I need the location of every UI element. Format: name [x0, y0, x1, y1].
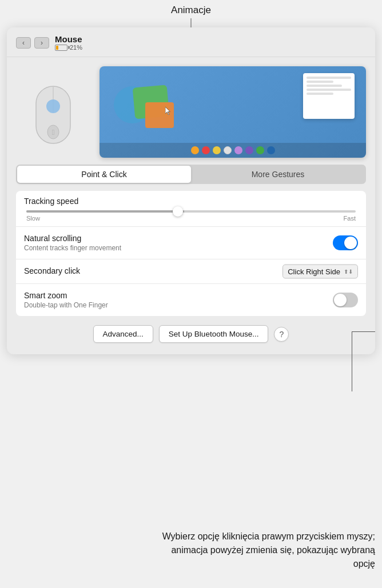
battery-fill — [56, 46, 58, 50]
slider-labels: Slow Fast — [26, 215, 356, 222]
secondary-click-value: Click Right Side — [288, 267, 340, 276]
panel-title-area: Mouse 21% — [55, 34, 82, 51]
preview-cursor — [165, 107, 173, 115]
advanced-button[interactable]: Advanced... — [93, 325, 153, 343]
annotation-line-right — [352, 331, 352, 391]
secondary-click-label: Secondary click — [24, 266, 274, 275]
tracking-speed-label: Tracking speed — [24, 197, 358, 206]
bluetooth-setup-button[interactable]: Set Up Bluetooth Mouse... — [159, 325, 269, 343]
color-dot-2 — [202, 146, 210, 154]
forward-button[interactable]: › — [34, 37, 49, 49]
panel-title: Mouse — [55, 34, 82, 44]
slider-fill — [26, 210, 184, 213]
slider-thumb[interactable] — [173, 206, 183, 217]
slider-slow-label: Slow — [26, 215, 40, 222]
color-dot-5 — [234, 146, 242, 154]
preview-window — [303, 73, 355, 119]
natural-scrolling-label: Natural scrolling — [24, 234, 326, 243]
natural-scrolling-sublabel: Content tracks finger movement — [24, 244, 326, 252]
slider-fast-label: Fast — [344, 215, 356, 222]
preview-line-2 — [307, 81, 333, 83]
nav-buttons: ‹ › — [16, 37, 49, 49]
smart-zoom-toggle[interactable] — [333, 293, 358, 307]
svg-marker-5 — [165, 107, 170, 115]
preview-box — [100, 66, 366, 158]
color-dot-8 — [267, 146, 275, 154]
color-dot-3 — [213, 146, 221, 154]
secondary-click-dropdown[interactable]: Click Right Side ⬆⬇ — [282, 265, 358, 279]
dropdown-chevron-icon: ⬆⬇ — [344, 269, 353, 275]
battery-indicator: 21% — [55, 44, 82, 51]
color-dot-1 — [191, 146, 199, 154]
content-top-area:  — [7, 57, 375, 165]
mouse-visual:  — [16, 66, 90, 158]
natural-scrolling-row: Natural scrolling Content tracks finger … — [16, 227, 366, 259]
tab-more-gestures[interactable]: More Gestures — [191, 166, 365, 183]
top-annotation-area: Animacje — [0, 0, 382, 31]
preview-line-1 — [307, 77, 351, 79]
color-dot-7 — [256, 146, 264, 154]
tabs-row: Point & Click More Gestures — [16, 165, 366, 184]
main-panel: ‹ › Mouse 21% — [7, 27, 375, 354]
buttons-row: Advanced... Set Up Bluetooth Mouse... ? — [7, 325, 375, 343]
annotation-line-right-horiz — [352, 331, 375, 332]
secondary-click-row: Secondary click Click Right Side ⬆⬇ — [16, 259, 366, 284]
preview-line-3 — [307, 85, 342, 87]
preview-colors — [100, 143, 366, 158]
toggle-knob-smart — [334, 294, 347, 306]
bottom-annotation: Wybierz opcję kliknięcia prawym przycisk… — [160, 530, 375, 571]
svg-point-2 — [46, 99, 60, 113]
help-button[interactable]: ? — [274, 327, 289, 342]
back-button[interactable]: ‹ — [16, 37, 31, 49]
settings-area: Tracking speed Slow Fast Natural scrolli… — [16, 191, 366, 316]
bottom-annotation-text: Wybierz opcję kliknięcia prawym przycisk… — [162, 531, 375, 569]
mouse-svg:  — [27, 69, 79, 155]
smart-zoom-sublabel: Double-tap with One Finger — [24, 301, 326, 309]
svg-text::  — [52, 128, 55, 137]
slider-container: Slow Fast — [26, 210, 356, 222]
smart-zoom-label: Smart zoom — [24, 291, 326, 300]
preview-line-4 — [307, 89, 351, 91]
battery-icon — [55, 45, 67, 51]
slider-track — [26, 210, 356, 213]
preview-window-lines — [303, 73, 355, 100]
top-annotation-text: Animacje — [171, 5, 211, 16]
tab-point-click[interactable]: Point & Click — [17, 166, 191, 183]
preview-desktop — [100, 66, 366, 141]
toggle-knob-natural — [344, 237, 357, 249]
color-dot-4 — [224, 146, 232, 154]
panel-header: ‹ › Mouse 21% — [7, 27, 375, 57]
tracking-speed-row: Tracking speed Slow Fast — [16, 191, 366, 227]
shape-orange — [145, 102, 174, 128]
smart-zoom-row: Smart zoom Double-tap with One Finger — [16, 284, 366, 316]
preview-line-5 — [307, 93, 333, 95]
color-dot-6 — [245, 146, 253, 154]
battery-percent: 21% — [70, 44, 82, 51]
natural-scrolling-toggle[interactable] — [333, 235, 358, 250]
